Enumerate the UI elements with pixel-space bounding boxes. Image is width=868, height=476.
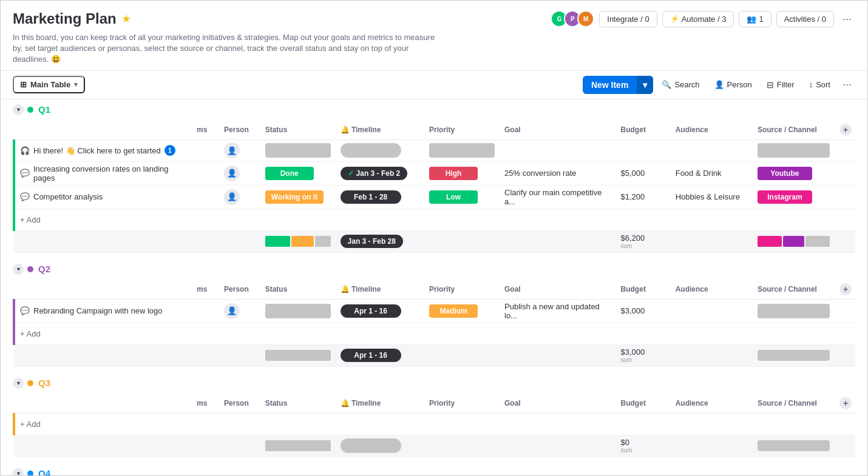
row-status bbox=[260, 139, 336, 161]
group-q2-table: ms Person Status 🔔 Timeline Priority Goa… bbox=[1, 280, 867, 367]
row-name: 💬 Increasing conversion rates on landing… bbox=[14, 161, 192, 185]
group-q1-collapse[interactable]: ▾ bbox=[13, 104, 24, 115]
footer-row-q1: Jan 3 - Feb 28 $6,200 sum bbox=[14, 230, 855, 252]
row-goal: Clarify our main competitive a... bbox=[500, 185, 616, 209]
col-source-header: Source / Channel bbox=[753, 120, 835, 140]
sort-button[interactable]: ↕ Sort bbox=[803, 77, 836, 92]
add-label[interactable]: + Add bbox=[14, 323, 855, 344]
footer-timeline: Apr 1 - 16 bbox=[341, 349, 401, 362]
row-status: Done bbox=[260, 161, 336, 185]
footer-row-q2: Apr 1 - 16 $3,000 sum bbox=[14, 344, 855, 366]
col-plus-header[interactable]: + bbox=[835, 280, 855, 300]
new-item-arrow[interactable]: ▾ bbox=[637, 76, 653, 94]
table-row[interactable]: 💬 Increasing conversion rates on landing… bbox=[14, 161, 855, 185]
bell-icon: 🔔 bbox=[341, 126, 350, 134]
timeline-badge: ✓ Jan 3 - Feb 2 bbox=[341, 167, 408, 180]
avatar: M bbox=[577, 10, 594, 27]
group-q1-header: ▾ Q1 bbox=[1, 99, 867, 120]
main-table-button[interactable]: ⊞ Main Table ▾ bbox=[13, 76, 85, 93]
header-more-button[interactable]: ··· bbox=[839, 12, 855, 27]
col-status-header: Status bbox=[260, 280, 336, 300]
table-row[interactable]: 🎧 Hi there! 👋 Click here to get started … bbox=[14, 139, 855, 161]
search-button[interactable]: 🔍 Search bbox=[656, 77, 705, 92]
timeline-badge: Feb 1 - 28 bbox=[341, 190, 401, 204]
activities-button[interactable]: Activities / 0 bbox=[776, 11, 834, 27]
group-q3-title: Q3 bbox=[38, 378, 50, 388]
row-source bbox=[753, 139, 835, 161]
group-q3-dot bbox=[27, 380, 33, 386]
group-q2-collapse[interactable]: ▾ bbox=[13, 264, 24, 275]
bell-icon: 🔔 bbox=[341, 285, 350, 293]
comment-icon: 💬 bbox=[20, 306, 30, 315]
person-icon: 👤 bbox=[714, 80, 724, 89]
status-badge: Done bbox=[265, 167, 314, 180]
col-name-header bbox=[14, 394, 192, 414]
group-q1: ▾ Q1 bbox=[1, 99, 867, 253]
person-avatar: 👤 bbox=[224, 303, 240, 319]
star-icon[interactable]: ★ bbox=[121, 12, 131, 25]
row-audience: Hobbies & Leisure bbox=[671, 185, 753, 209]
automate-icon: ⚡ bbox=[670, 15, 679, 23]
sum-label: sum bbox=[621, 243, 666, 249]
persons-button[interactable]: 👥 1 bbox=[739, 11, 771, 27]
group-q2-dot bbox=[27, 266, 33, 272]
table-icon: ⊞ bbox=[20, 80, 27, 89]
group-q4-header: ▾ Q4 bbox=[1, 463, 867, 475]
row-source: Instagram bbox=[753, 185, 835, 209]
filter-button[interactable]: ⊟ Filter bbox=[761, 77, 801, 93]
row-audience: Food & Drink bbox=[671, 161, 753, 185]
group-q4-collapse[interactable]: ▾ bbox=[13, 468, 24, 475]
table-row[interactable]: 💬 Rebranding Campaign with new logo 👤 Ap… bbox=[14, 299, 855, 323]
row-timeline: ✓ Jan 3 - Feb 2 bbox=[336, 161, 424, 185]
col-status-header: Status bbox=[260, 120, 336, 140]
filter-icon: ⊟ bbox=[767, 80, 774, 90]
row-budget: $3,000 bbox=[616, 299, 671, 323]
row-name: 💬 Competitor analysis bbox=[14, 185, 192, 209]
new-item-button[interactable]: New Item ▾ bbox=[583, 76, 653, 94]
group-q1-table: ms Person Status 🔔 Timeline Priority Goa… bbox=[1, 120, 867, 253]
sort-icon: ↕ bbox=[809, 80, 813, 89]
toolbar-more-button[interactable]: ··· bbox=[839, 77, 855, 92]
group-q1-dot bbox=[27, 107, 33, 113]
col-timeline-header: 🔔 Timeline bbox=[336, 280, 424, 300]
row-priority bbox=[424, 139, 500, 161]
col-goal-header: Goal bbox=[500, 120, 616, 140]
row-audience bbox=[671, 299, 753, 323]
footer-budget: $6,200 bbox=[621, 233, 645, 243]
add-row-q3[interactable]: + Add bbox=[14, 413, 855, 435]
table-row[interactable]: 💬 Competitor analysis 👤 Working on it Fe… bbox=[14, 185, 855, 209]
add-label[interactable]: + Add bbox=[14, 209, 855, 230]
row-ms bbox=[192, 139, 219, 161]
headphone-icon: 🎧 bbox=[20, 146, 30, 155]
automate-button[interactable]: ⚡ Automate / 3 bbox=[662, 11, 734, 27]
comment-icon: 💬 bbox=[20, 192, 30, 201]
col-budget-header: Budget bbox=[616, 120, 671, 140]
add-row-q2[interactable]: + Add bbox=[14, 323, 855, 344]
integrate-button[interactable]: Integrate / 0 bbox=[599, 11, 657, 27]
search-icon: 🔍 bbox=[662, 80, 671, 89]
add-row-q1[interactable]: + Add bbox=[14, 209, 855, 230]
status-summary bbox=[265, 236, 331, 247]
priority-badge: High bbox=[429, 167, 478, 180]
person-avatar: 👤 bbox=[224, 166, 240, 181]
group-q3-collapse[interactable]: ▾ bbox=[13, 378, 24, 389]
row-person: 👤 bbox=[219, 161, 260, 185]
row-person: 👤 bbox=[219, 299, 260, 323]
group-q2-header: ▾ Q2 bbox=[1, 259, 867, 280]
group-q4-dot bbox=[27, 471, 33, 475]
col-plus-header[interactable]: + bbox=[835, 120, 855, 140]
col-audience-header: Audience bbox=[671, 280, 753, 300]
q2-header-row: ms Person Status 🔔 Timeline Priority Goa… bbox=[14, 280, 855, 300]
row-goal bbox=[500, 139, 616, 161]
page-title: Marketing Plan bbox=[13, 10, 117, 27]
person-avatar: 👤 bbox=[224, 142, 240, 158]
row-goal: 25% conversion rate bbox=[500, 161, 616, 185]
row-timeline: Feb 1 - 28 bbox=[336, 185, 424, 209]
comment-icon: 💬 bbox=[20, 169, 30, 178]
sum-label: sum bbox=[621, 357, 666, 363]
person-filter-button[interactable]: 👤 Person bbox=[708, 77, 758, 92]
add-label[interactable]: + Add bbox=[14, 413, 855, 435]
row-status bbox=[260, 299, 336, 323]
group-q4-title: Q4 bbox=[38, 468, 50, 475]
footer-budget: $3,000 bbox=[621, 347, 645, 357]
